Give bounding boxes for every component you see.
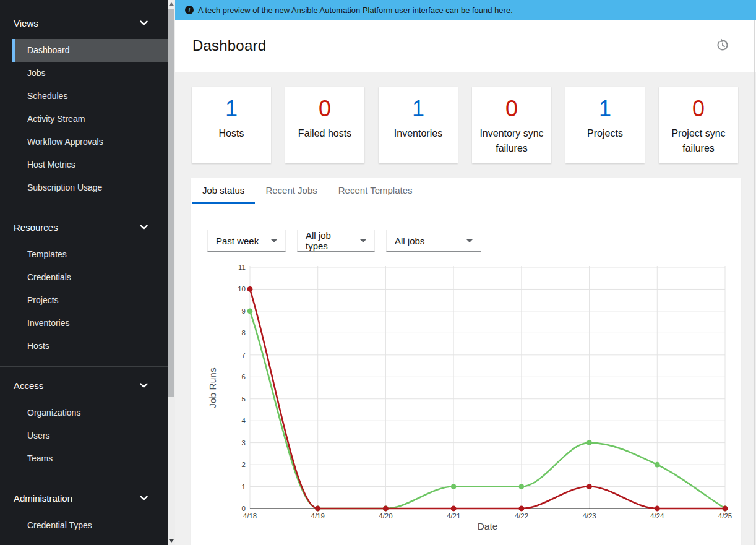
card-hosts[interactable]: 1 Hosts [192,87,271,163]
svg-text:4: 4 [242,417,246,424]
card-hosts-value[interactable]: 1 [192,96,271,121]
svg-text:10: 10 [238,285,246,293]
chevron-down-icon [140,20,148,26]
svg-text:4/23: 4/23 [582,512,596,520]
chart-tick-labels: 012345678910114/184/194/204/214/224/234/… [238,264,732,520]
sidebar-section-access-header[interactable]: Access [0,374,168,397]
job-type-select[interactable]: All job types [297,230,375,252]
sidebar: Views Dashboard Jobs Schedules Activity … [0,0,168,545]
svg-text:4/22: 4/22 [515,512,528,520]
sidebar-section-resources-header[interactable]: Resources [0,216,168,238]
job-status-panel: Job status Recent Jobs Recent Templates … [191,178,741,545]
sidebar-item-hosts[interactable]: Hosts [0,335,168,358]
chart-filters: Past week All job types All jobs [207,230,481,252]
sidebar-scrollbar[interactable] [168,0,175,545]
page-title: Dashboard [192,37,266,54]
sidebar-section-views-label: Views [14,18,38,28]
card-projects-value[interactable]: 1 [565,96,645,121]
sidebar-item-subscription-usage[interactable]: Subscription Usage [0,176,168,199]
chevron-down-icon [140,383,148,388]
sidebar-item-templates[interactable]: Templates [0,243,168,266]
scrollbar-up-icon[interactable] [168,0,175,8]
sidebar-section-administration-label: Administration [14,493,72,504]
period-select-value: Past week [216,236,259,246]
sidebar-section-views-header[interactable]: Views [0,12,168,34]
svg-text:11: 11 [238,264,246,271]
svg-text:8: 8 [242,329,246,337]
sidebar-section-administration-header[interactable]: Administration [0,487,168,509]
card-project-sync-failures[interactable]: 0 Project sync failures [659,87,738,163]
sidebar-item-schedules[interactable]: Schedules [0,85,168,108]
caret-down-icon [466,239,473,242]
card-inventories-label[interactable]: Inventories [379,126,458,141]
svg-text:6: 6 [242,373,246,380]
svg-text:2: 2 [242,461,246,468]
svg-text:4/19: 4/19 [311,512,325,520]
y-axis-label: Job Runs [207,367,218,408]
card-hosts-label[interactable]: Hosts [192,126,271,141]
content-scrollbar-edge [754,20,755,545]
sidebar-section-views: Views Dashboard Jobs Schedules Activity … [0,12,168,199]
card-failed-hosts-value[interactable]: 0 [285,96,364,121]
svg-text:9: 9 [242,307,246,315]
banner-text: A tech preview of the new Ansible Automa… [198,6,513,15]
caret-down-icon [360,239,366,242]
card-project-sync-failures-value[interactable]: 0 [659,96,738,121]
sidebar-item-workflow-approvals[interactable]: Workflow Approvals [0,131,168,153]
sidebar-item-projects[interactable]: Projects [0,289,168,312]
chevron-down-icon [140,225,148,230]
period-select[interactable]: Past week [207,230,286,252]
card-inventories-value[interactable]: 1 [379,96,458,121]
sidebar-item-teams[interactable]: Teams [0,447,168,470]
tab-recent-templates[interactable]: Recent Templates [328,178,423,204]
jobs-select-value: All jobs [395,236,424,246]
sidebar-item-dashboard[interactable]: Dashboard [12,39,168,62]
card-inventory-sync-failures-value[interactable]: 0 [472,96,551,121]
scrollbar-thumb[interactable] [168,9,174,397]
card-inventory-sync-failures[interactable]: 0 Inventory sync failures [472,87,551,163]
scrollbar-down-icon[interactable] [168,537,175,545]
sidebar-item-credentials[interactable]: Credentials [0,266,168,289]
series-red [247,286,728,511]
svg-text:4/24: 4/24 [650,512,664,520]
card-projects-label[interactable]: Projects [565,126,645,141]
sidebar-item-inventories[interactable]: Inventories [0,312,168,335]
card-project-sync-failures-label[interactable]: Project sync failures [659,126,738,156]
svg-text:0: 0 [242,505,246,512]
tech-preview-banner: i A tech preview of the new Ansible Auto… [175,0,756,20]
x-axis-label: Date [478,521,498,531]
sidebar-item-jobs[interactable]: Jobs [0,62,168,85]
banner-here-link[interactable]: here [494,6,510,15]
tab-job-status[interactable]: Job status [192,178,255,204]
card-projects[interactable]: 1 Projects [565,87,645,163]
card-failed-hosts[interactable]: 0 Failed hosts [285,87,364,163]
sidebar-item-host-metrics[interactable]: Host Metrics [0,153,168,176]
chart-grid [250,266,725,509]
page-header: Dashboard [175,20,756,72]
svg-text:4/25: 4/25 [718,512,732,520]
svg-text:4/18: 4/18 [243,512,257,520]
sidebar-item-organizations[interactable]: Organizations [0,401,168,424]
card-inventory-sync-failures-label[interactable]: Inventory sync failures [472,126,551,156]
tab-recent-jobs[interactable]: Recent Jobs [255,178,327,204]
sidebar-section-resources-label: Resources [14,222,58,233]
svg-text:1: 1 [242,483,246,491]
svg-text:3: 3 [242,439,246,447]
sidebar-item-activity-stream[interactable]: Activity Stream [0,108,168,131]
info-icon: i [185,6,194,14]
job-type-select-value: All job types [306,230,351,251]
sidebar-item-credential-types[interactable]: Credential Types [0,514,168,537]
series-green [247,309,728,512]
history-icon[interactable] [715,38,730,53]
panel-tabs: Job status Recent Jobs Recent Templates [191,178,741,204]
sidebar-item-users[interactable]: Users [0,424,168,447]
sidebar-section-access-label: Access [14,380,43,391]
sidebar-section-access: Access Organizations Users Teams [0,366,168,470]
card-failed-hosts-label[interactable]: Failed hosts [285,126,364,141]
summary-cards: 1 Hosts 0 Failed hosts 1 Inventories 0 I… [192,87,738,163]
sidebar-section-administration: Administration Credential Types [0,479,168,537]
card-inventories[interactable]: 1 Inventories [379,87,458,163]
jobs-select[interactable]: All jobs [386,230,481,252]
sidebar-section-resources: Resources Templates Credentials Projects… [0,208,168,358]
svg-text:4/20: 4/20 [379,512,392,520]
